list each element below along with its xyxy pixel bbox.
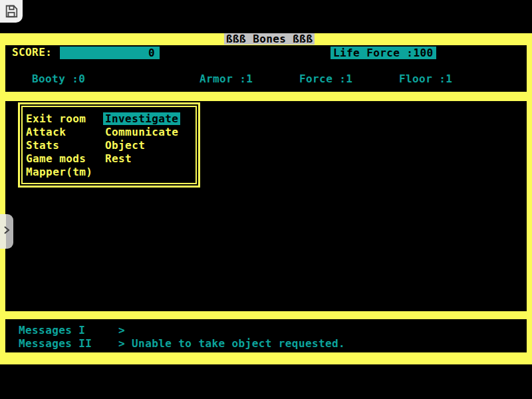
menu-item-attack[interactable]: Attack — [26, 126, 105, 139]
game-screen: ßßß Bones ßßß SCORE: 0 Life Force :100 B… — [0, 33, 532, 364]
menu-item-communicate[interactable]: Communicate — [105, 126, 178, 139]
menu-row: Exit room Investigate — [23, 112, 196, 126]
score-bar: 0 — [60, 47, 160, 59]
status-panel: SCORE: 0 Life Force :100 Booty :0 Armor … — [5, 45, 527, 92]
save-button[interactable] — [0, 0, 23, 23]
menu-item-investigate[interactable]: Investigate — [105, 112, 180, 126]
messages-i-label: Messages I — [19, 325, 85, 336]
stat-force: Force :1 — [299, 73, 352, 85]
chevron-right-icon — [0, 224, 12, 239]
command-menu-inner: Exit room Investigate Attack Communicate… — [21, 106, 197, 184]
main-panel: Exit room Investigate Attack Communicate… — [5, 101, 527, 311]
menu-row: Stats Object — [23, 139, 196, 152]
messages-panel: Messages I > Messages II > Unable to tak… — [5, 319, 527, 352]
menu-item-stats[interactable]: Stats — [26, 139, 105, 152]
life-force-badge: Life Force :100 — [331, 47, 436, 59]
messages-ii-label: Messages II — [19, 338, 92, 350]
menu-row: Game mods Rest — [23, 152, 196, 166]
menu-item-rest[interactable]: Rest — [105, 152, 132, 166]
menu-item-exit-room[interactable]: Exit room — [26, 112, 105, 126]
expand-panel-tab[interactable] — [0, 214, 13, 249]
messages-ii-text: > Unable to take object requested. — [118, 338, 345, 350]
game-title: ßßß Bones ßßß — [224, 33, 315, 45]
menu-item-mapper[interactable]: Mapper(tm) — [26, 166, 105, 179]
score-label: SCORE: — [12, 47, 52, 59]
menu-row: Mapper(tm) — [23, 166, 196, 179]
stat-floor: Floor :1 — [399, 73, 452, 85]
messages-i-text: > — [118, 325, 125, 336]
menu-item-object[interactable]: Object — [105, 139, 145, 152]
menu-item-game-mods[interactable]: Game mods — [26, 152, 105, 166]
command-menu: Exit room Investigate Attack Communicate… — [18, 102, 200, 188]
stat-armor: Armor :1 — [200, 73, 253, 85]
menu-row: Attack Communicate — [23, 126, 196, 139]
stat-booty: Booty :0 — [32, 73, 85, 85]
floppy-disk-icon — [4, 4, 19, 19]
selected-menu-item[interactable]: Investigate — [103, 112, 180, 125]
